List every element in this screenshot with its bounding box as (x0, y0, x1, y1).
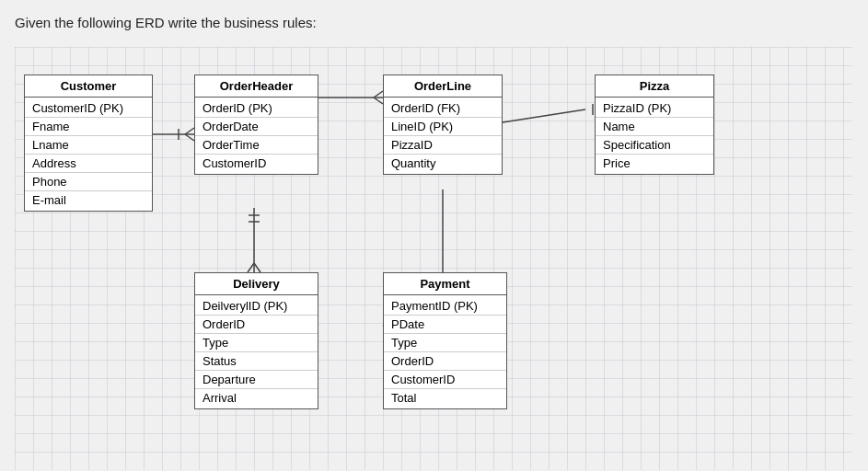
entity-row: Fname (25, 117, 152, 135)
entity-row: OrderID (195, 315, 318, 333)
entity-row: Price (596, 154, 713, 172)
entity-customer-header: Customer (25, 75, 152, 98)
entity-delivery-body: DeilverylID (PK) OrderID Type Status Dep… (195, 295, 318, 408)
entity-payment: Payment PaymentID (PK) PDate Type OrderI… (383, 272, 507, 409)
entity-order-line-body: OrderID (FK) LineID (PK) PizzaID Quantit… (384, 98, 502, 174)
entity-customer: Customer CustomerID (PK) Fname Lname Add… (24, 75, 153, 212)
entity-order-header-header: OrderHeader (195, 75, 318, 98)
entity-row: OrderID (FK) (384, 99, 502, 117)
entity-order-line-header: OrderLine (384, 75, 502, 98)
entity-row: PizzaID (PK) (596, 99, 713, 117)
svg-line-17 (248, 263, 254, 272)
svg-line-19 (254, 263, 260, 272)
entity-row: Status (195, 351, 318, 370)
entity-payment-header: Payment (384, 273, 506, 295)
entity-order-header-body: OrderID (PK) OrderDate OrderTime Custome… (195, 98, 318, 174)
entity-row: Specification (596, 135, 713, 154)
entity-order-header: OrderHeader OrderID (PK) OrderDate Order… (194, 75, 318, 175)
entity-order-line: OrderLine OrderID (FK) LineID (PK) Pizza… (383, 75, 503, 175)
svg-line-2 (185, 128, 194, 134)
entity-row: Total (384, 388, 506, 407)
entity-row: Quantity (384, 154, 502, 172)
entity-payment-body: PaymentID (PK) PDate Type OrderID Custom… (384, 295, 506, 408)
entity-row: PizzaID (384, 135, 502, 154)
page-title: Given the following ERD write the busine… (15, 15, 853, 30)
entity-row: Lname (25, 135, 152, 154)
entity-row: OrderID (384, 351, 506, 370)
entity-pizza-body: PizzaID (PK) Name Specification Price (596, 98, 713, 174)
entity-row: Arrival (195, 388, 318, 407)
svg-line-11 (503, 109, 585, 122)
entity-row: PDate (384, 315, 506, 333)
svg-line-8 (374, 91, 383, 98)
entity-row: PaymentID (PK) (384, 297, 506, 315)
entity-row: Name (596, 117, 713, 135)
entity-row: OrderDate (195, 117, 318, 135)
entity-delivery-header: Delivery (195, 273, 318, 295)
entity-row: OrderID (PK) (195, 99, 318, 117)
entity-row: CustomerID (PK) (25, 99, 152, 117)
entity-row: Phone (25, 172, 152, 190)
entity-pizza-header: Pizza (596, 75, 713, 98)
entity-row: Address (25, 154, 152, 172)
entity-customer-body: CustomerID (PK) Fname Lname Address Phon… (25, 98, 152, 211)
erd-diagram: Customer CustomerID (PK) Fname Lname Add… (15, 47, 852, 470)
entity-row: CustomerID (195, 154, 318, 172)
entity-row: LineID (PK) (384, 117, 502, 135)
entity-row: Departure (195, 370, 318, 388)
entity-row: OrderTime (195, 135, 318, 154)
entity-row: Type (195, 333, 318, 351)
entity-row: E-mail (25, 190, 152, 209)
entity-row: DeilverylID (PK) (195, 297, 318, 315)
entity-row: CustomerID (384, 370, 506, 388)
entity-row: Type (384, 333, 506, 351)
svg-line-10 (374, 98, 383, 104)
entity-pizza: Pizza PizzaID (PK) Name Specification Pr… (595, 75, 714, 175)
entity-delivery: Delivery DeilverylID (PK) OrderID Type S… (194, 272, 318, 409)
svg-line-4 (185, 134, 194, 141)
